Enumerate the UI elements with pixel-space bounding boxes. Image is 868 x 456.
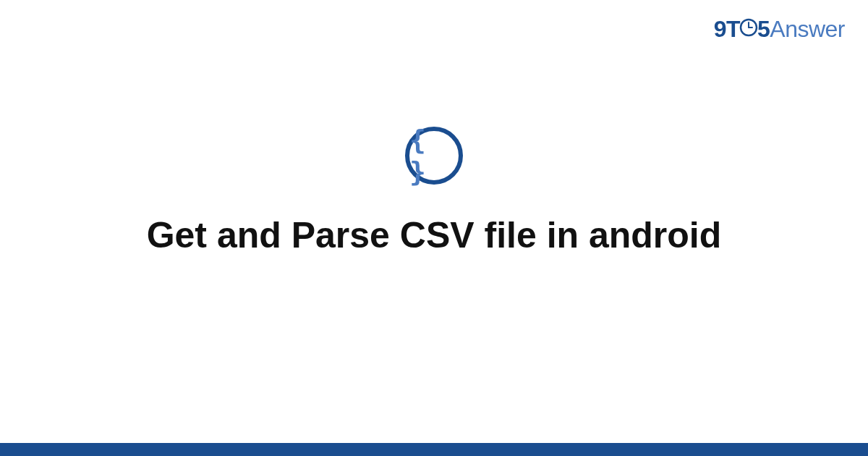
page-title: Get and Parse CSV file in android [118, 214, 751, 257]
footer-accent-bar [0, 443, 868, 456]
category-icon-circle: { } [405, 127, 463, 185]
main-content: { } Get and Parse CSV file in android [0, 0, 868, 456]
code-braces-icon: { } [409, 124, 459, 187]
